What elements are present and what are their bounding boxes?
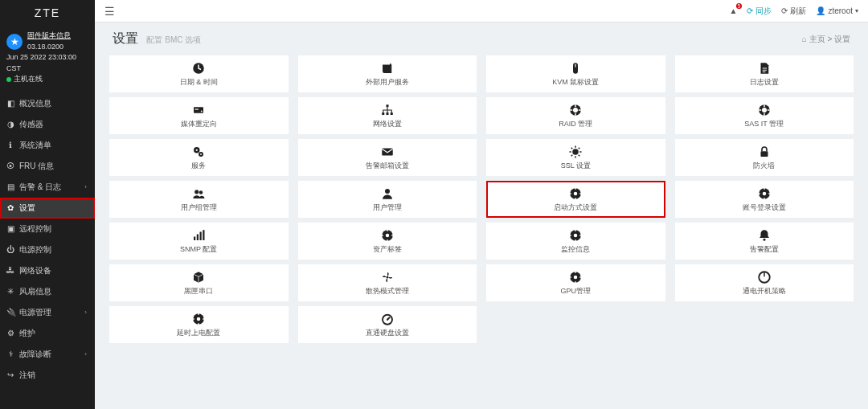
settings-card-22[interactable]: GPU管理 bbox=[486, 264, 665, 301]
settings-card-0[interactable]: 日期 & 时间 bbox=[109, 55, 289, 92]
settings-card-2[interactable]: KVM 鼠标设置 bbox=[486, 55, 665, 92]
main-area: ☰ ▲ 5 ⟳同步 ⟳刷新 👤zteroot ▾ 设置 bbox=[95, 0, 868, 409]
card-label: 告警配置 bbox=[750, 244, 779, 255]
nav-label: FRU 信息 bbox=[19, 161, 54, 172]
home-icon[interactable]: ⌂ bbox=[802, 35, 807, 43]
settings-card-15[interactable]: 账号登录设置 bbox=[675, 181, 854, 218]
mouse-icon bbox=[568, 61, 583, 76]
settings-card-9[interactable]: 告警邮箱设置 bbox=[298, 139, 477, 176]
settings-card-21[interactable]: 散热模式管理 bbox=[298, 264, 477, 301]
settings-card-14[interactable]: 启动方式设置 bbox=[486, 181, 665, 218]
sync-button[interactable]: ⟳同步 bbox=[747, 6, 772, 17]
sidebar-item-0[interactable]: ◧概况信息 bbox=[0, 93, 95, 114]
sun-gear-icon bbox=[568, 145, 583, 159]
nav-icon: ▤ bbox=[6, 182, 14, 191]
settings-card-25[interactable]: 直通硬盘设置 bbox=[298, 306, 477, 343]
card-label: 通电开机策略 bbox=[743, 286, 786, 297]
settings-card-11[interactable]: 防火墙 bbox=[675, 139, 854, 176]
sidebar: ZTE ★ 固件版本信息 03.18.0200 Jun 25 2022 23:0… bbox=[0, 0, 95, 409]
firmware-info-box: ★ 固件版本信息 03.18.0200 Jun 25 2022 23:03:00… bbox=[0, 26, 95, 93]
clock-icon bbox=[191, 61, 206, 76]
star-icon: ★ bbox=[6, 34, 23, 50]
topbar-right: ▲ 5 ⟳同步 ⟳刷新 👤zteroot ▾ bbox=[730, 6, 858, 17]
settings-card-13[interactable]: 用户管理 bbox=[298, 181, 477, 218]
card-label: 用户组管理 bbox=[181, 202, 217, 213]
nav-list: ◧概况信息◑传感器ℹ系统清单⦿FRU 信息▤告警 & 日志›✿设置▣远程控制⏻电… bbox=[0, 93, 95, 386]
gears-icon bbox=[191, 145, 206, 159]
firmware-link[interactable]: 固件版本信息 bbox=[27, 31, 71, 42]
topbar: ☰ ▲ 5 ⟳同步 ⟳刷新 👤zteroot ▾ bbox=[95, 0, 868, 22]
settings-card-4[interactable]: 媒体重定向 bbox=[109, 97, 289, 134]
nav-label: 故障诊断 bbox=[19, 349, 51, 360]
nav-icon: ↪ bbox=[6, 370, 14, 379]
card-label: SNMP 配置 bbox=[180, 244, 217, 255]
nav-label: 概况信息 bbox=[19, 98, 51, 109]
reload-button[interactable]: ⟳刷新 bbox=[781, 6, 806, 17]
book-icon bbox=[380, 61, 395, 76]
gear-icon bbox=[380, 228, 395, 243]
settings-card-23[interactable]: 通电开机策略 bbox=[675, 264, 854, 301]
page-subtitle: 配置 BMC 选项 bbox=[146, 35, 201, 44]
settings-card-12[interactable]: 用户组管理 bbox=[109, 181, 289, 218]
host-status: 主机在线 bbox=[6, 74, 88, 85]
settings-card-19[interactable]: 告警配置 bbox=[675, 223, 854, 260]
settings-card-10[interactable]: SSL 设置 bbox=[486, 139, 665, 176]
settings-card-8[interactable]: 服务 bbox=[109, 139, 289, 176]
breadcrumb-home[interactable]: 主页 bbox=[809, 35, 825, 43]
nav-label: 电源控制 bbox=[19, 244, 51, 256]
sidebar-item-11[interactable]: ⚙维护 bbox=[0, 323, 95, 344]
sidebar-item-8[interactable]: 🖧网络设备 bbox=[0, 260, 95, 281]
nav-icon: ℹ bbox=[6, 141, 14, 149]
notifications-button[interactable]: ▲ 5 bbox=[730, 6, 738, 15]
nav-icon: ⏻ bbox=[6, 245, 14, 254]
nav-label: 传感器 bbox=[19, 119, 43, 130]
gear-icon bbox=[568, 270, 583, 284]
sidebar-item-7[interactable]: ⏻电源控制 bbox=[0, 239, 95, 260]
dashboard-icon bbox=[380, 312, 395, 326]
settings-card-1[interactable]: 外部用户服务 bbox=[298, 55, 477, 92]
firmware-version: 03.18.0200 bbox=[27, 42, 71, 53]
settings-card-3[interactable]: 日志设置 bbox=[675, 55, 854, 92]
signal-icon bbox=[191, 228, 206, 243]
settings-card-6[interactable]: RAID 管理 bbox=[486, 97, 665, 134]
nav-icon: ⦿ bbox=[6, 162, 14, 170]
card-label: SAS IT 管理 bbox=[744, 119, 784, 129]
sidebar-item-9[interactable]: ✳风扇信息 bbox=[0, 281, 95, 302]
sidebar-item-5[interactable]: ✿设置 bbox=[0, 198, 95, 219]
card-label: 日期 & 时间 bbox=[180, 77, 218, 88]
settings-card-17[interactable]: 资产标签 bbox=[298, 223, 477, 260]
settings-card-18[interactable]: 监控信息 bbox=[486, 223, 665, 260]
sidebar-item-3[interactable]: ⦿FRU 信息 bbox=[0, 156, 95, 177]
nav-icon: ⚕ bbox=[6, 350, 14, 358]
sidebar-item-1[interactable]: ◑传感器 bbox=[0, 114, 95, 135]
sidebar-item-10[interactable]: 🔌电源管理› bbox=[0, 302, 95, 323]
card-label: 延时上电配置 bbox=[177, 328, 220, 338]
settings-card-5[interactable]: 网络设置 bbox=[298, 97, 477, 134]
sidebar-item-2[interactable]: ℹ系统清单 bbox=[0, 135, 95, 156]
sidebar-item-13[interactable]: ↪注销 bbox=[0, 365, 95, 386]
sidebar-item-6[interactable]: ▣远程控制 bbox=[0, 219, 95, 239]
settings-card-20[interactable]: 黑匣串口 bbox=[109, 264, 289, 301]
nav-label: 风扇信息 bbox=[19, 286, 51, 297]
sidebar-item-4[interactable]: ▤告警 & 日志› bbox=[0, 177, 95, 198]
nav-label: 告警 & 日志 bbox=[19, 182, 61, 193]
nav-label: 设置 bbox=[19, 202, 35, 214]
settings-card-24[interactable]: 延时上电配置 bbox=[109, 306, 289, 343]
nav-icon: ◧ bbox=[6, 99, 14, 108]
menu-icon[interactable]: ☰ bbox=[104, 5, 115, 18]
user-menu[interactable]: 👤zteroot ▾ bbox=[816, 6, 858, 15]
life-ring-icon bbox=[568, 103, 583, 117]
settings-card-7[interactable]: SAS IT 管理 bbox=[675, 97, 854, 134]
nav-icon: ⚙ bbox=[6, 329, 14, 337]
chevron-right-icon: › bbox=[84, 309, 87, 316]
gear-icon bbox=[568, 186, 583, 201]
gear-icon bbox=[191, 312, 206, 326]
sidebar-item-12[interactable]: ⚕故障诊断› bbox=[0, 344, 95, 365]
power-icon bbox=[757, 270, 772, 284]
settings-card-16[interactable]: SNMP 配置 bbox=[109, 223, 289, 260]
reload-icon: ⟳ bbox=[781, 6, 788, 15]
lock-icon bbox=[757, 145, 772, 159]
card-label: 防火墙 bbox=[753, 161, 775, 171]
doc-icon bbox=[757, 61, 772, 76]
nav-icon: ✳ bbox=[6, 287, 14, 296]
